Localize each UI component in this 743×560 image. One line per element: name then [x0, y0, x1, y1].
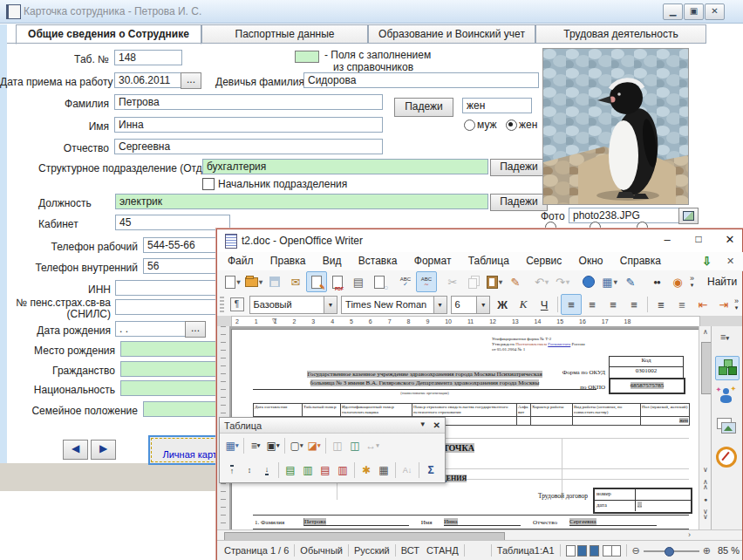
edit-file-icon[interactable]: ✎ [306, 271, 327, 292]
position-input[interactable]: электрик [115, 194, 488, 209]
center-vertical-icon[interactable]: ↕ [241, 461, 258, 479]
close-document-icon[interactable]: ✕ [726, 256, 734, 267]
previous-page-icon[interactable]: ∧∧ [699, 478, 712, 492]
borders-icon[interactable]: ▢▾ [288, 437, 305, 454]
align-top-icon[interactable]: ↑ [223, 461, 241, 479]
numbered-list-icon[interactable]: ≣ [651, 294, 671, 315]
hire-date-picker-button[interactable]: ... [181, 72, 201, 89]
autospellcheck-icon[interactable]: ABC∼ [416, 271, 437, 292]
photo-file-input[interactable]: photo238.JPG [569, 208, 680, 223]
chevron-down-icon[interactable]: ▾ [433, 297, 446, 313]
department-input[interactable]: бухгалтерия [202, 159, 488, 174]
paste-icon[interactable]: ▾ [484, 271, 505, 292]
prev-record-button[interactable]: ◀ [63, 440, 88, 460]
maximize-button[interactable]: ▣ [684, 3, 704, 20]
hire-date-input[interactable]: 30.06.2011 [114, 72, 182, 88]
menu-table[interactable]: Таблица [461, 252, 516, 270]
autoformat-icon[interactable]: ✱ [358, 461, 375, 479]
zoom-in-icon[interactable]: ⊕ [703, 545, 711, 557]
navigation-dot-icon[interactable]: ● [699, 494, 712, 506]
scroll-right-icon[interactable]: › [688, 530, 691, 539]
minimize-button[interactable]: ▁ [663, 3, 683, 20]
page-preview-icon[interactable]: ◌ [369, 271, 390, 292]
table-toolbar-titlebar[interactable]: Таблица ▼ ✕ [220, 418, 445, 434]
scroll-down-icon[interactable]: ∨ [699, 464, 712, 476]
sidebar-navigator-icon[interactable] [716, 447, 737, 468]
zoom-out-icon[interactable]: ⊖ [632, 545, 640, 557]
dept-head-checkbox[interactable] [202, 178, 215, 190]
align-left-icon[interactable]: ≡ [561, 294, 582, 315]
font-size-combo[interactable]: 6▾ [451, 296, 491, 314]
align-bottom-icon[interactable]: ↓ [258, 461, 276, 479]
menu-window[interactable]: Окно [572, 252, 610, 270]
padezhi-button-1[interactable]: Падежи [394, 98, 453, 117]
last-name-input[interactable]: Петрова [114, 94, 383, 110]
align-right-icon[interactable]: ≡ [603, 294, 624, 315]
insert-table-icon[interactable]: ▦▾ [599, 271, 620, 292]
tab-education[interactable]: Образование и Воинский учет [368, 24, 535, 44]
delete-row-icon[interactable]: ▤ [317, 461, 334, 479]
find-toolbar-label[interactable]: Найти [707, 276, 737, 288]
formatting-toolbar-overflow[interactable]: »▾ [734, 298, 739, 311]
sum-icon[interactable]: Σ [422, 461, 440, 479]
tab-passport-data[interactable]: Паспортные данные [201, 24, 368, 44]
load-url-icon[interactable]: ⇩ [702, 255, 712, 268]
border-color-icon[interactable]: ▣▾ [264, 437, 282, 454]
tab-stop-marker[interactable]: ▽ [272, 318, 276, 324]
cut-icon[interactable]: ✂ [442, 271, 463, 292]
navigator-icon[interactable]: ◉ [667, 271, 688, 292]
status-page[interactable]: Страница 1 / 6 [224, 545, 289, 556]
optimize-icon[interactable]: ↔▾ [364, 437, 381, 454]
font-name-combo[interactable]: Times New Roman▾ [341, 296, 446, 314]
next-page-icon[interactable]: ∨∨ [699, 508, 712, 522]
menu-tools[interactable]: Сервис [519, 252, 569, 270]
decrease-indent-icon[interactable]: ⇤ [692, 294, 713, 315]
print-icon[interactable]: ▤ [348, 271, 369, 292]
clone-formatting-icon[interactable]: ✎ [505, 271, 526, 292]
standard-toolbar-overflow[interactable]: »▾ [690, 276, 694, 288]
middle-name-input[interactable]: Сергеевна [114, 139, 383, 154]
gender-female-radio[interactable] [506, 120, 517, 131]
zoom-slider[interactable] [644, 546, 699, 555]
open-icon[interactable]: ▾ [243, 271, 264, 292]
bullet-list-icon[interactable]: ≣ [671, 294, 692, 315]
padezhi-button-2[interactable]: Падежи [490, 159, 548, 176]
draw-functions-icon[interactable]: ✎ [620, 271, 641, 292]
next-record-button[interactable]: ▶ [91, 440, 116, 460]
room-input[interactable]: 45 [115, 215, 230, 230]
background-color-icon[interactable]: ◪▾ [305, 437, 323, 454]
writer-minimize-button[interactable]: – [658, 233, 676, 246]
menu-edit[interactable]: Правка [263, 252, 313, 270]
tab-work-activity[interactable]: Трудовая деятельность [535, 24, 706, 44]
insert-column-icon[interactable]: ▥ [299, 461, 317, 479]
gender-male-radio[interactable] [464, 120, 475, 131]
paragraph-style-combo[interactable]: Базовый▾ [249, 296, 338, 314]
menu-format[interactable]: Формат [407, 252, 459, 270]
merge-cells-icon[interactable]: ◫ [329, 437, 346, 454]
tab-general-info[interactable]: Общие сведения о Сотруднике [16, 24, 201, 44]
menu-insert[interactable]: Вставка [351, 252, 405, 270]
sidebar-settings-icon[interactable]: ≡▾ [720, 331, 729, 342]
table-toolbar-menu-icon[interactable]: ▼ [419, 420, 426, 430]
hyperlink-icon[interactable] [578, 271, 599, 292]
undo-icon[interactable]: ↶▾ [531, 271, 552, 292]
menu-help[interactable]: Справка [613, 252, 668, 270]
horizontal-ruler[interactable]: 2 1 1 2 3 4 5 6 7 8 9 10 11 12 13 14 15 … [217, 316, 742, 326]
gender-word-input[interactable]: жен [462, 98, 532, 113]
birth-date-input[interactable]: . . [115, 321, 187, 337]
save-icon[interactable] [264, 271, 285, 292]
split-cells-icon[interactable]: ◫ [346, 437, 364, 454]
sidebar-properties-icon[interactable] [715, 356, 740, 380]
status-zoom-value[interactable]: 85 % [718, 545, 740, 556]
zoom-slider-thumb[interactable] [665, 547, 674, 557]
insert-table-icon[interactable]: ▦▾ [223, 437, 241, 454]
toolbar-grip[interactable] [220, 297, 224, 312]
view-multi-page-icon[interactable] [577, 545, 601, 557]
photo-browse-button[interactable] [678, 208, 699, 224]
status-insert-mode[interactable]: ВСТ [401, 545, 419, 556]
bold-button[interactable]: Ж [492, 294, 513, 315]
redo-icon[interactable]: ↷▾ [552, 271, 573, 292]
view-book-icon[interactable] [603, 545, 621, 557]
first-name-input[interactable]: Инна [114, 117, 383, 133]
align-center-icon[interactable]: ≡ [582, 294, 603, 315]
